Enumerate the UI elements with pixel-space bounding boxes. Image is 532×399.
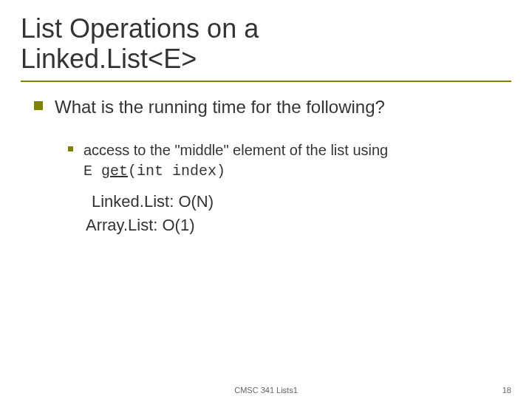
code-method: get xyxy=(101,163,128,180)
answer-array-list: Array.List: O(1) xyxy=(86,214,511,237)
title-line-2: Linked.List<E> xyxy=(21,44,197,74)
square-bullet-small-icon xyxy=(68,146,73,151)
bullet-l1-text: What is the running time for the followi… xyxy=(55,95,385,118)
title-line-1: List Operations on a xyxy=(21,13,259,44)
slide: List Operations on a Linked.List<E> What… xyxy=(0,0,532,399)
code-args: (int index) xyxy=(128,163,225,180)
bullet-level-1: What is the running time for the followi… xyxy=(34,95,511,118)
slide-body: What is the running time for the followi… xyxy=(21,95,511,237)
footer-center-text: CMSC 341 Lists1 xyxy=(234,386,298,395)
code-prefix: E xyxy=(83,163,101,180)
slide-title: List Operations on a Linked.List<E> xyxy=(21,13,511,82)
level-2-group: access to the "middle" element of the li… xyxy=(34,140,511,237)
bullet-level-2: access to the "middle" element of the li… xyxy=(68,140,511,181)
l2-part1: access to the "middle" element of the li… xyxy=(83,142,388,158)
slide-number: 18 xyxy=(502,386,511,395)
bullet-l2-text: access to the "middle" element of the li… xyxy=(83,140,388,181)
square-bullet-icon xyxy=(34,101,43,110)
answers-block: Linked.List: O(N) Array.List: O(1) xyxy=(68,190,511,237)
l2-code: E get(int index) xyxy=(83,163,225,180)
answer-linked-list: Linked.List: O(N) xyxy=(92,190,511,214)
